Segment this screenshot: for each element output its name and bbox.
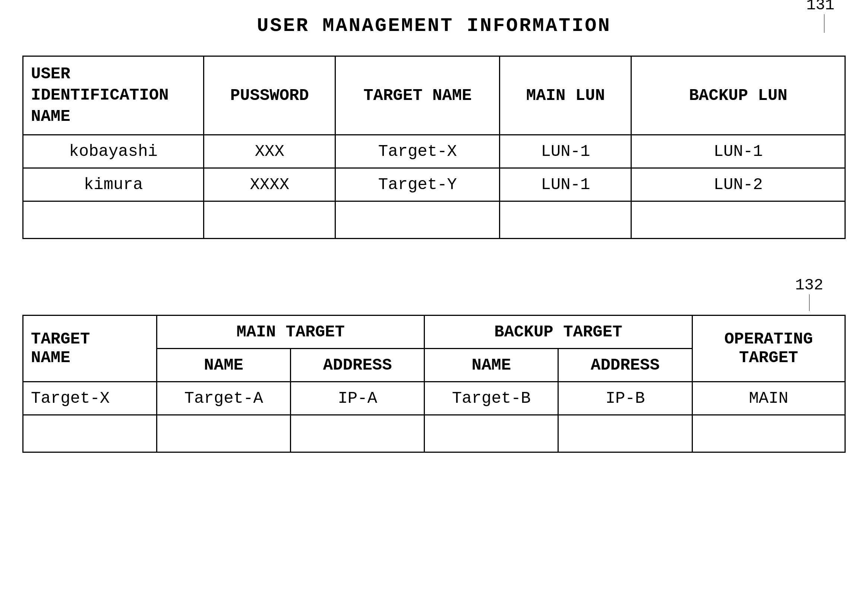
table-row: Target-X Target-A IP-A Target-B IP-B MAI… <box>23 382 845 415</box>
empty-col3 <box>335 201 500 238</box>
row1-backup-name: Target-B <box>425 382 558 415</box>
backup-name-header: NAME <box>425 348 558 382</box>
table1-title: USER MANAGEMENT INFORMATION <box>257 15 611 37</box>
table-row-empty <box>23 415 845 452</box>
empty-col6 <box>692 415 845 452</box>
main-target-header: MAIN TARGET <box>157 315 425 348</box>
row1-main-address: IP-A <box>291 382 425 415</box>
row1-col2: XXX <box>204 135 335 168</box>
main-address-header: ADDRESS <box>291 348 425 382</box>
col1-header: USERIDENTIFICATIONNAME <box>23 56 204 135</box>
empty-col4 <box>500 201 631 238</box>
ref1-container: 131 <box>806 0 834 33</box>
row1-operating: MAIN <box>692 382 845 415</box>
empty-col1 <box>23 201 204 238</box>
empty-col2 <box>157 415 291 452</box>
row1-col5: LUN-1 <box>631 135 845 168</box>
col3-header: TARGET NAME <box>335 56 500 135</box>
empty-col1 <box>23 415 157 452</box>
col2-header: PUSSWORD <box>204 56 335 135</box>
row2-col1: kimura <box>23 168 204 201</box>
main-name-header: NAME <box>157 348 291 382</box>
ref2-line <box>809 294 809 311</box>
empty-col5 <box>631 201 845 238</box>
target-name-header: TARGETNAME <box>23 315 157 382</box>
backup-target-header: BACKUP TARGET <box>425 315 692 348</box>
table-row: kobayashi XXX Target-X LUN-1 LUN-1 <box>23 135 845 168</box>
ref2-label: 132 <box>795 277 823 294</box>
operating-target-header: OPERATINGTARGET <box>692 315 845 382</box>
empty-col5 <box>558 415 692 452</box>
table1-header-row: USERIDENTIFICATIONNAME PUSSWORD TARGET N… <box>23 56 845 135</box>
ref1-line <box>824 14 824 33</box>
row1-col3: Target-X <box>335 135 500 168</box>
empty-col2 <box>204 201 335 238</box>
backup-address-header: ADDRESS <box>558 348 692 382</box>
ref2-container: 132 <box>795 277 823 311</box>
table-row-empty <box>23 201 845 238</box>
table-row: kimura XXXX Target-Y LUN-1 LUN-2 <box>23 168 845 201</box>
ref1-label: 131 <box>806 0 834 14</box>
row2-col3: Target-Y <box>335 168 500 201</box>
row2-col4: LUN-1 <box>500 168 631 201</box>
empty-col4 <box>425 415 558 452</box>
table2-header-row1: TARGETNAME MAIN TARGET BACKUP TARGET OPE… <box>23 315 845 348</box>
row1-col4: LUN-1 <box>500 135 631 168</box>
row1-backup-address: IP-B <box>558 382 692 415</box>
col4-header: MAIN LUN <box>500 56 631 135</box>
ref2-area: 132 <box>22 277 846 311</box>
row1-target-name: Target-X <box>23 382 157 415</box>
table2-section: 132 TARGETNAME MAIN TARGET BACKUP TARGET… <box>22 277 846 453</box>
target-management-table: TARGETNAME MAIN TARGET BACKUP TARGET OPE… <box>22 315 846 453</box>
col5-header: BACKUP LUN <box>631 56 845 135</box>
row1-col1: kobayashi <box>23 135 204 168</box>
title-row: USER MANAGEMENT INFORMATION 131 <box>22 15 846 48</box>
empty-col3 <box>291 415 425 452</box>
user-management-table: USERIDENTIFICATIONNAME PUSSWORD TARGET N… <box>22 56 846 239</box>
row2-col5: LUN-2 <box>631 168 845 201</box>
table1-section: USER MANAGEMENT INFORMATION 131 USERIDEN… <box>22 15 846 239</box>
row1-main-name: Target-A <box>157 382 291 415</box>
row2-col2: XXXX <box>204 168 335 201</box>
